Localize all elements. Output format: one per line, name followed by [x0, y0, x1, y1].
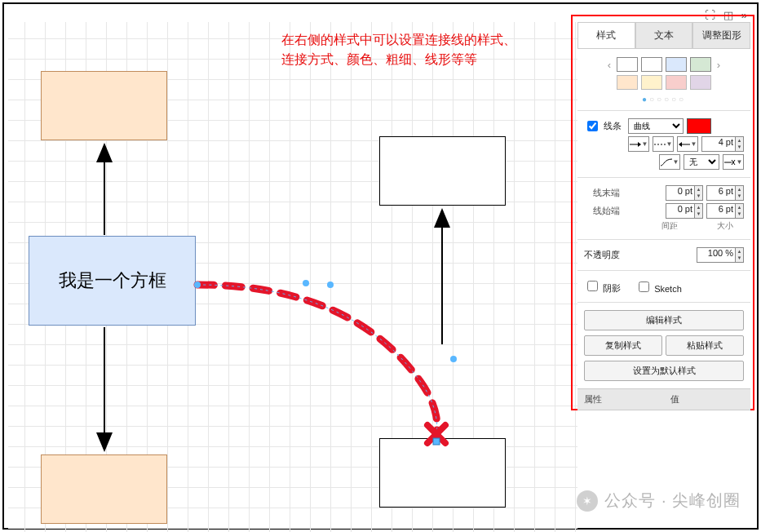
col-gap-label: 间距 [651, 220, 688, 232]
annotation-text: 在右侧的样式中可以设置连接线的样式、 连接方式、颜色、粗细、线形等等 [281, 30, 542, 69]
swatch[interactable] [641, 75, 662, 90]
swatch-row-1: ‹ › [577, 49, 750, 73]
svg-point-7 [450, 356, 457, 362]
panels-icon[interactable]: ◫ [723, 9, 733, 21]
line-section: 线条 曲线 ▼ ▼ ▼ 4 pt▲▼ ▼ 无 ▼ [577, 110, 750, 177]
waypoint-style-select[interactable]: ▼ [659, 154, 680, 170]
line-checkbox[interactable] [587, 121, 598, 131]
line-end-marker-select[interactable]: ▼ [723, 154, 744, 170]
svg-point-5 [303, 280, 309, 286]
shadow-label: 阴影 [603, 283, 621, 293]
opacity-input[interactable]: 100 % [697, 247, 736, 263]
start-size-spinner[interactable]: ▲▼ [736, 203, 744, 219]
end-size-spinner[interactable]: ▲▼ [736, 185, 744, 201]
line-end-label: 线末端 [584, 187, 620, 199]
tab-style[interactable]: 样式 [577, 22, 635, 48]
diagram-canvas[interactable]: 我是一个方框 [8, 22, 577, 532]
line-type-select[interactable]: 曲线 [628, 118, 684, 134]
set-default-style-button[interactable]: 设置为默认样式 [584, 361, 744, 381]
collapse-icon[interactable]: » [741, 9, 747, 21]
end-gap-input[interactable]: 0 pt [666, 185, 695, 201]
panel-tabs: 样式 文本 调整图形 [577, 22, 750, 49]
shape-top-white[interactable] [379, 136, 506, 206]
format-panel: 样式 文本 调整图形 ‹ › ‹ › ●○○○○○ 线条 [577, 22, 750, 410]
shape-blue-label: 我是一个方框 [29, 268, 195, 293]
end-size-input[interactable]: 6 pt [706, 185, 736, 201]
opacity-spinner[interactable]: ▲▼ [736, 247, 744, 263]
ends-section: 线末端 0 pt▲▼ 6 pt▲▼ 线始端 0 pt▲▼ 6 pt▲▼ 间距 大… [577, 177, 750, 239]
svg-point-6 [327, 282, 334, 288]
swatch[interactable] [617, 57, 638, 72]
tab-text[interactable]: 文本 [635, 22, 693, 48]
start-size-input[interactable]: 6 pt [706, 203, 736, 219]
sketch-label: Sketch [654, 284, 682, 294]
app-frame: ⛶ ◫ » 我是一个方框 [2, 2, 759, 530]
sketch-checkbox[interactable] [639, 282, 649, 292]
arrow-end-select[interactable]: ▼ [677, 136, 698, 152]
wechat-icon: ✶ [577, 490, 598, 512]
edit-style-button[interactable]: 编辑样式 [584, 310, 744, 330]
start-gap-spinner[interactable]: ▲▼ [695, 203, 703, 219]
line-width-input[interactable]: 4 pt [701, 136, 736, 152]
end-gap-spinner[interactable]: ▲▼ [695, 185, 703, 201]
swatch[interactable] [666, 75, 687, 90]
prop-val-label: 值 [664, 389, 750, 410]
copy-style-button[interactable]: 复制样式 [584, 335, 662, 356]
swatch[interactable] [690, 75, 711, 90]
shape-bottom-orange[interactable] [41, 454, 167, 524]
effects-section: 阴影 Sketch [577, 270, 750, 302]
swatch[interactable] [617, 75, 638, 90]
prop-attr-label: 属性 [577, 389, 664, 410]
swatch-next-icon[interactable]: › [715, 59, 723, 71]
swatch[interactable] [690, 57, 711, 72]
swatch[interactable] [641, 57, 662, 72]
line-label: 线条 [604, 120, 625, 132]
watermark: ✶ 公众号 · 尖峰创圈 [577, 490, 741, 512]
swatch-row-2: ‹ › [577, 73, 750, 91]
waypoint-select[interactable]: 无 [684, 154, 719, 170]
style-buttons-section: 编辑样式 复制样式 粘贴样式 设置为默认样式 [577, 302, 750, 388]
tab-arrange[interactable]: 调整图形 [692, 22, 750, 48]
window-controls: ⛶ ◫ » [705, 9, 747, 21]
start-gap-input[interactable]: 0 pt [666, 203, 695, 219]
line-color-swatch[interactable] [687, 118, 711, 134]
opacity-label: 不透明度 [584, 249, 620, 261]
opacity-section: 不透明度 100 %▲▼ [577, 239, 750, 270]
line-start-label: 线始端 [584, 205, 620, 217]
fullscreen-icon[interactable]: ⛶ [705, 9, 715, 21]
col-size-label: 大小 [706, 220, 744, 232]
shadow-checkbox[interactable] [587, 281, 598, 291]
line-dash-select[interactable]: ▼ [653, 136, 674, 152]
properties-header[interactable]: 属性 值 [577, 388, 750, 410]
swatch-pager[interactable]: ●○○○○○ [577, 91, 750, 110]
arrow-start-select[interactable]: ▼ [628, 136, 649, 152]
shape-bottom-white[interactable] [379, 438, 506, 508]
shape-top-orange[interactable] [41, 71, 167, 140]
paste-style-button[interactable]: 粘贴样式 [666, 335, 744, 356]
swatch[interactable] [666, 57, 687, 72]
shape-blue-main[interactable]: 我是一个方框 [29, 236, 196, 326]
swatch-prev-icon[interactable]: ‹ [605, 59, 613, 71]
line-width-spinner[interactable]: ▲▼ [736, 136, 744, 152]
